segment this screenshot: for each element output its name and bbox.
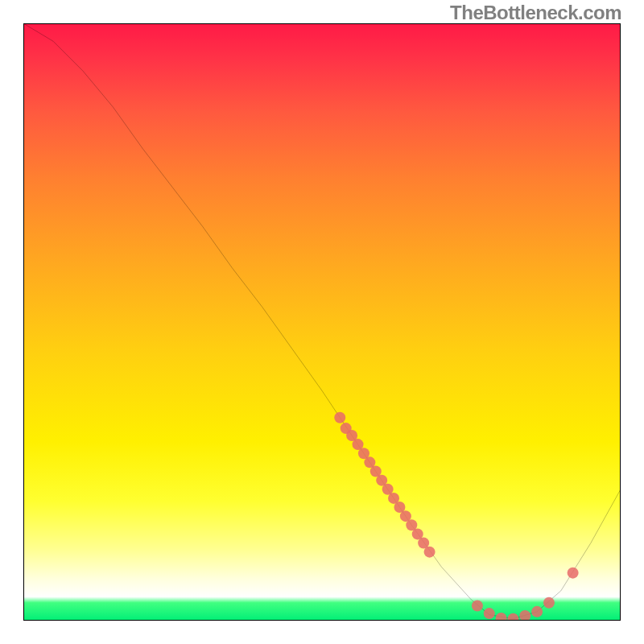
scatter-point [496,613,507,621]
scatter-points-group [334,412,578,621]
scatter-point [568,568,579,579]
scatter-point [484,608,495,619]
scatter-point [543,597,555,609]
curve-svg-layer [23,23,621,621]
scatter-point [531,606,543,617]
scatter-point [334,412,345,423]
scatter-point [519,610,530,621]
attribution-text: TheBottleneck.com [450,2,621,24]
scatter-point [424,547,436,558]
curve-group [23,23,621,619]
scatter-point [507,613,518,621]
scatter-point [472,600,483,611]
bottleneck-curve [23,23,621,619]
